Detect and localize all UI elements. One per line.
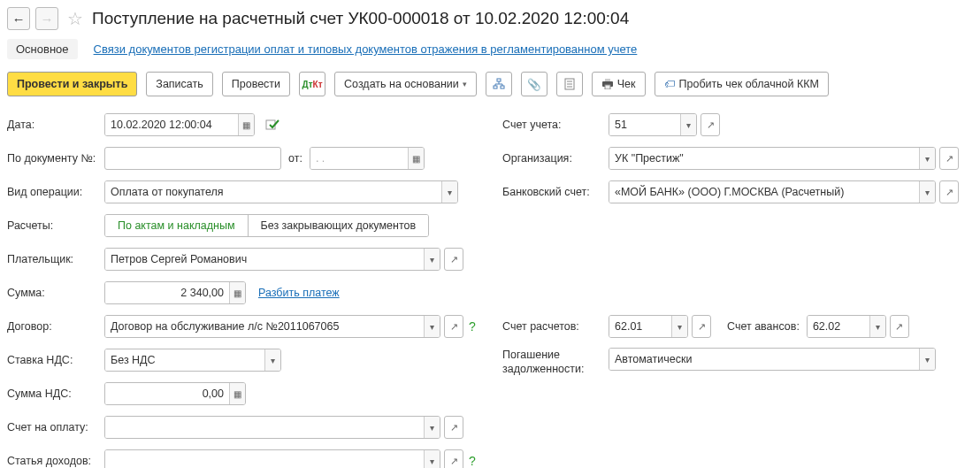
vat-rate-label: Ставка НДС: bbox=[7, 354, 104, 366]
debt-select[interactable]: Автоматически bbox=[609, 349, 919, 370]
svg-rect-2 bbox=[501, 86, 504, 88]
date-picker-button[interactable]: ▦ bbox=[238, 114, 254, 135]
income-open-button[interactable]: ↗ bbox=[444, 449, 463, 468]
dt-kt-button[interactable]: ДтКт bbox=[299, 72, 325, 96]
open-icon: ↗ bbox=[895, 321, 903, 333]
svg-rect-0 bbox=[497, 79, 501, 81]
date-label: Дата: bbox=[7, 119, 104, 131]
vat-sum-label: Сумма НДС: bbox=[7, 387, 104, 400]
calendar-icon: ▦ bbox=[242, 120, 250, 130]
chevron-down-icon: ▾ bbox=[463, 80, 467, 88]
income-help-icon[interactable]: ? bbox=[469, 454, 476, 468]
page-title: Поступление на расчетный счет УК00-00001… bbox=[92, 9, 629, 28]
open-icon: ↗ bbox=[450, 254, 458, 265]
open-icon: ↗ bbox=[707, 119, 715, 131]
settle-acc-label: Счет расчетов: bbox=[502, 320, 609, 333]
dt-kt-icon: ДтКт bbox=[302, 80, 323, 89]
segment-acts[interactable]: По актам и накладным bbox=[105, 215, 248, 236]
paperclip-icon: 📎 bbox=[527, 78, 541, 91]
invoice-input[interactable] bbox=[105, 417, 424, 438]
calculator-icon: ▦ bbox=[234, 389, 241, 399]
adv-acc-label: Счет авансов: bbox=[727, 320, 800, 333]
contract-dropdown-button[interactable]: ▾ bbox=[424, 316, 440, 337]
invoice-open-button[interactable]: ↗ bbox=[444, 416, 463, 439]
post-and-close-button[interactable]: Провести и закрыть bbox=[7, 72, 137, 96]
structure-button[interactable] bbox=[486, 72, 512, 96]
open-icon: ↗ bbox=[946, 153, 953, 165]
docnum-label: По документу №: bbox=[7, 152, 104, 165]
calculator-icon: ▦ bbox=[234, 288, 241, 298]
payer-dropdown-button[interactable]: ▾ bbox=[424, 249, 440, 270]
bank-label: Банковский счет: bbox=[502, 186, 609, 198]
account-open-button[interactable]: ↗ bbox=[701, 113, 720, 136]
debt-dropdown-button[interactable]: ▾ bbox=[919, 349, 935, 370]
payer-open-button[interactable]: ↗ bbox=[444, 248, 463, 271]
svg-rect-12 bbox=[605, 79, 610, 81]
optype-dropdown-button[interactable]: ▾ bbox=[441, 181, 457, 203]
vat-sum-input[interactable]: 0,00 bbox=[105, 383, 229, 404]
post-button[interactable]: Провести bbox=[222, 72, 290, 96]
contract-open-button[interactable]: ↗ bbox=[444, 315, 463, 338]
docnum-input[interactable] bbox=[104, 147, 281, 170]
vat-sum-calc-button[interactable]: ▦ bbox=[229, 383, 245, 404]
sum-input[interactable]: 2 340,00 bbox=[105, 282, 229, 303]
docdate-input[interactable]: . . bbox=[310, 148, 408, 169]
org-open-button[interactable]: ↗ bbox=[939, 147, 959, 170]
income-input[interactable] bbox=[105, 450, 424, 468]
contract-input[interactable]: Договор на обслуживание л/с №2011067065 bbox=[105, 316, 424, 337]
open-icon: ↗ bbox=[698, 321, 706, 333]
settle-acc-open-button[interactable]: ↗ bbox=[692, 315, 711, 338]
docdate-picker-button[interactable]: ▦ bbox=[408, 148, 424, 169]
sum-calc-button[interactable]: ▦ bbox=[229, 282, 245, 303]
svg-rect-13 bbox=[605, 85, 610, 89]
settle-acc-dropdown-button[interactable]: ▾ bbox=[671, 316, 687, 337]
posted-icon bbox=[265, 119, 279, 131]
settle-label: Расчеты: bbox=[7, 219, 104, 232]
debt-label: Погашение задолженности: bbox=[502, 348, 609, 377]
hierarchy-icon bbox=[493, 78, 505, 90]
forward-button[interactable]: → bbox=[35, 7, 58, 30]
segment-no-closing[interactable]: Без закрывающих документов bbox=[248, 215, 429, 236]
tab-links[interactable]: Связи документов регистрации оплат и тип… bbox=[94, 42, 638, 56]
document-icon bbox=[564, 78, 575, 90]
org-label: Организация: bbox=[502, 152, 609, 165]
optype-select[interactable]: Оплата от покупателя bbox=[105, 181, 441, 203]
vat-rate-dropdown-button[interactable]: ▾ bbox=[264, 349, 280, 371]
account-input[interactable]: 51 bbox=[609, 114, 680, 135]
vat-rate-select[interactable]: Без НДС bbox=[105, 349, 264, 371]
attach-button[interactable]: 📎 bbox=[521, 72, 547, 96]
bank-dropdown-button[interactable]: ▾ bbox=[919, 181, 935, 203]
adv-acc-input[interactable]: 62.02 bbox=[808, 316, 869, 337]
adv-acc-dropdown-button[interactable]: ▾ bbox=[869, 316, 885, 337]
income-dropdown-button[interactable]: ▾ bbox=[424, 450, 440, 468]
open-icon: ↗ bbox=[450, 422, 458, 433]
split-payment-link[interactable]: Разбить платеж bbox=[258, 287, 340, 299]
bank-open-button[interactable]: ↗ bbox=[939, 180, 959, 203]
save-button[interactable]: Записать bbox=[146, 72, 212, 96]
cheque-button[interactable]: Чек bbox=[592, 72, 646, 96]
org-dropdown-button[interactable]: ▾ bbox=[919, 148, 935, 169]
favorite-icon[interactable]: ☆ bbox=[67, 8, 83, 29]
calendar-icon: ▦ bbox=[412, 154, 420, 164]
open-icon: ↗ bbox=[450, 321, 458, 333]
cloud-kkm-button[interactable]: 🏷 Пробить чек облачной ККМ bbox=[655, 72, 829, 96]
invoice-dropdown-button[interactable]: ▾ bbox=[424, 417, 440, 438]
notes-button[interactable] bbox=[556, 72, 583, 96]
bank-input[interactable]: «МОЙ БАНК» (ООО) Г.МОСКВА (Расчетный) bbox=[609, 181, 919, 203]
org-input[interactable]: УК "Престиж" bbox=[609, 148, 919, 169]
printer-icon bbox=[601, 79, 614, 89]
payer-input[interactable]: Петров Сергей Романович bbox=[105, 249, 424, 270]
open-icon: ↗ bbox=[946, 187, 953, 198]
income-label: Статья доходов: bbox=[7, 455, 104, 467]
create-based-button[interactable]: Создать на основании ▾ bbox=[334, 72, 477, 96]
settle-acc-input[interactable]: 62.01 bbox=[609, 316, 671, 337]
adv-acc-open-button[interactable]: ↗ bbox=[890, 315, 909, 338]
date-input[interactable]: 10.02.2020 12:00:04 bbox=[105, 114, 238, 135]
payer-label: Плательщик: bbox=[7, 253, 104, 265]
tab-main[interactable]: Основное bbox=[7, 39, 78, 59]
back-button[interactable]: ← bbox=[7, 7, 30, 30]
open-icon: ↗ bbox=[450, 456, 458, 467]
account-dropdown-button[interactable]: ▾ bbox=[680, 114, 696, 135]
tag-icon: 🏷 bbox=[664, 78, 676, 90]
contract-help-icon[interactable]: ? bbox=[469, 319, 476, 334]
